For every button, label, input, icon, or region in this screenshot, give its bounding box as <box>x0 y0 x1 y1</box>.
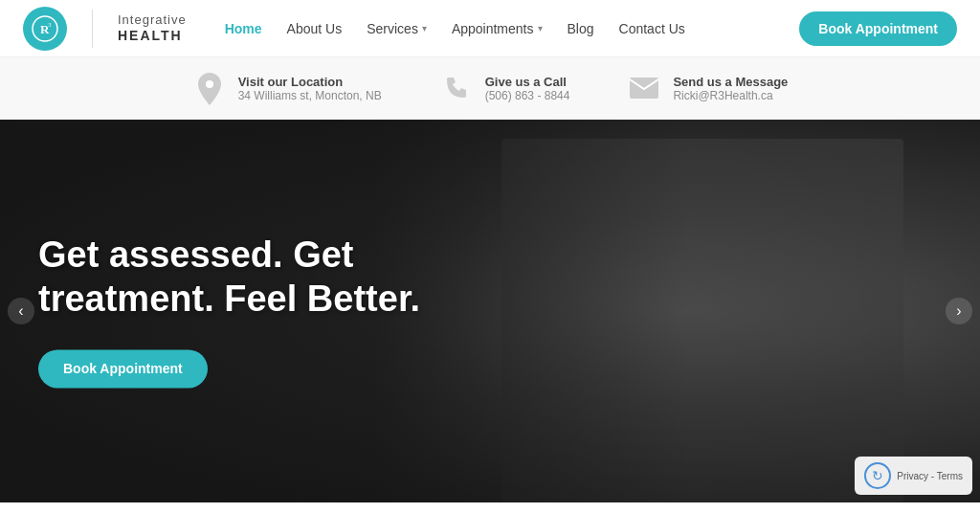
location-icon <box>192 71 227 105</box>
hero-heading: Get assessed. Get treatment. Feel Better… <box>38 234 479 321</box>
email-icon <box>627 71 661 105</box>
info-location: Visit our Location 34 Williams st, Monct… <box>192 71 382 105</box>
chevron-down-icon: ▾ <box>422 23 427 33</box>
phone-icon <box>439 71 474 105</box>
info-email: Send us a Message Ricki@R3Health.ca <box>627 71 788 105</box>
privacy-label: Privacy - Terms <box>897 471 963 481</box>
brand-line2: HEALTH <box>118 28 187 44</box>
info-phone-subtitle: (506) 863 - 8844 <box>485 89 570 102</box>
privacy-badge: ↻ Privacy - Terms <box>855 457 972 495</box>
info-phone-title: Give us a Call <box>485 75 570 89</box>
hero-next-arrow[interactable]: › <box>946 298 972 324</box>
brand-line1: Integrative <box>118 12 187 28</box>
nav-book-button[interactable]: Book Appointment <box>799 11 957 46</box>
info-phone: Give us a Call (506) 863 - 8844 <box>439 71 570 105</box>
svg-text:3: 3 <box>48 21 52 29</box>
info-bar: Visit our Location 34 Williams st, Monct… <box>0 57 980 120</box>
right-chevron-icon: › <box>956 302 961 320</box>
logo-icon: R 3 <box>23 7 67 51</box>
logo-area[interactable]: R 3 Integrative HEALTH <box>23 7 187 51</box>
nav-contact[interactable]: Contact Us <box>610 15 695 42</box>
hero-section: Get assessed. Get treatment. Feel Better… <box>0 120 980 502</box>
info-location-subtitle: 34 Williams st, Moncton, NB <box>238 89 382 102</box>
info-location-title: Visit our Location <box>238 75 382 89</box>
nav-home[interactable]: Home <box>215 15 272 42</box>
navbar: R 3 Integrative HEALTH Home About Us Ser… <box>0 0 980 57</box>
hero-content: Get assessed. Get treatment. Feel Better… <box>38 234 479 388</box>
nav-blog[interactable]: Blog <box>558 15 604 42</box>
info-email-subtitle: Ricki@R3Health.ca <box>673 89 788 102</box>
info-email-text: Send us a Message Ricki@R3Health.ca <box>673 75 788 102</box>
left-chevron-icon: ‹ <box>18 302 23 320</box>
logo-divider <box>92 10 93 48</box>
hero-book-button[interactable]: Book Appointment <box>38 350 208 389</box>
nav-services[interactable]: Services ▾ <box>357 15 436 42</box>
nav-appointments[interactable]: Appointments ▾ <box>442 15 552 42</box>
svg-point-3 <box>206 80 213 88</box>
recaptcha-icon: ↻ <box>864 462 891 489</box>
nav-about[interactable]: About Us <box>278 15 352 42</box>
brand-name: Integrative HEALTH <box>118 12 187 43</box>
chevron-down-icon: ▾ <box>538 23 543 33</box>
info-phone-text: Give us a Call (506) 863 - 8844 <box>485 75 570 102</box>
nav-links: Home About Us Services ▾ Appointments ▾ … <box>215 15 800 42</box>
info-email-title: Send us a Message <box>673 75 788 89</box>
info-location-text: Visit our Location 34 Williams st, Monct… <box>238 75 382 102</box>
hero-prev-arrow[interactable]: ‹ <box>8 298 34 324</box>
